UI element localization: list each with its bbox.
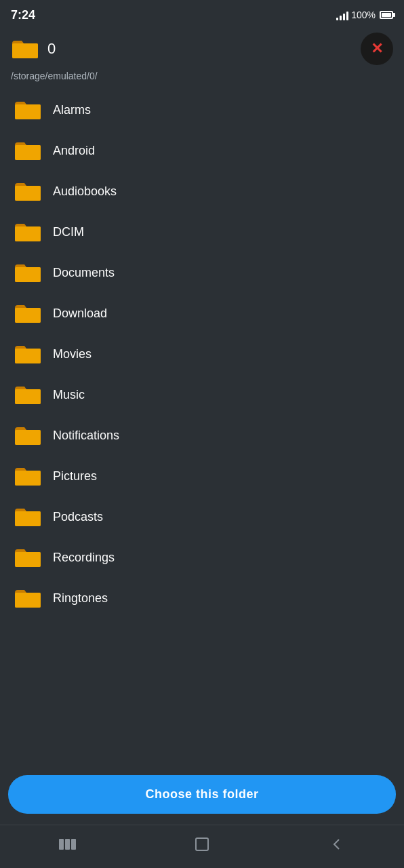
- nav-bar: [0, 825, 404, 868]
- folder-name: DCIM: [53, 225, 84, 239]
- svg-rect-1: [65, 839, 70, 850]
- folder-icon: [14, 180, 42, 202]
- folder-icon: [14, 384, 42, 406]
- folder-name: Notifications: [53, 429, 119, 443]
- folder-icon: [14, 425, 42, 446]
- folder-name: Podcasts: [53, 510, 103, 524]
- folder-item[interactable]: Music: [0, 374, 404, 415]
- battery-icon: [380, 11, 393, 19]
- signal-icon: [336, 9, 348, 20]
- folder-item[interactable]: Download: [0, 293, 404, 334]
- folder-name: Audiobooks: [53, 184, 117, 199]
- folder-item[interactable]: Documents: [0, 252, 404, 293]
- folder-icon: [14, 221, 42, 243]
- folder-icon: [14, 547, 42, 568]
- home-button[interactable]: [182, 831, 222, 858]
- back-button[interactable]: [317, 831, 357, 858]
- recent-apps-icon: [58, 837, 77, 851]
- status-bar: 7:24 100%: [0, 0, 404, 27]
- folder-icon: [14, 262, 42, 283]
- folder-name: Recordings: [53, 551, 115, 565]
- folder-name: Android: [53, 144, 95, 158]
- svg-rect-0: [59, 839, 64, 850]
- folder-item[interactable]: Ringtones: [0, 578, 404, 618]
- folder-item[interactable]: Recordings: [0, 537, 404, 578]
- svg-rect-2: [71, 839, 76, 850]
- folder-item[interactable]: Android: [0, 130, 404, 171]
- folder-icon: [14, 465, 42, 487]
- folder-name: Movies: [53, 347, 92, 361]
- folder-icon: [14, 506, 42, 528]
- folder-name: Download: [53, 307, 107, 321]
- folder-item[interactable]: Notifications: [0, 415, 404, 456]
- current-folder-name: 0: [47, 40, 56, 58]
- folder-icon: [14, 343, 42, 365]
- header: 0 ✕: [0, 27, 404, 71]
- folder-name: Music: [53, 388, 85, 402]
- status-time: 7:24: [11, 8, 35, 22]
- folder-name: Documents: [53, 266, 115, 280]
- folder-item[interactable]: Pictures: [0, 456, 404, 496]
- folder-item[interactable]: DCIM: [0, 212, 404, 252]
- header-left: 0: [11, 38, 56, 60]
- folder-icon: [14, 140, 42, 161]
- folder-icon: [14, 302, 42, 324]
- folder-icon-large: [11, 38, 39, 60]
- close-button[interactable]: ✕: [361, 33, 393, 65]
- folder-icon: [14, 99, 42, 121]
- battery-percent: 100%: [351, 9, 376, 20]
- svg-rect-3: [196, 838, 208, 850]
- folder-name: Alarms: [53, 103, 91, 117]
- choose-folder-button[interactable]: Choose this folder: [8, 775, 396, 814]
- folder-item[interactable]: Podcasts: [0, 496, 404, 537]
- status-icons: 100%: [336, 9, 393, 20]
- folder-name: Ringtones: [53, 591, 108, 606]
- folder-icon: [14, 587, 42, 609]
- back-icon: [330, 837, 344, 851]
- folder-item[interactable]: Alarms: [0, 90, 404, 130]
- folder-list: Alarms Android Audiobooks DCIM: [0, 90, 404, 770]
- path-bar: /storage/emulated/0/: [0, 71, 404, 90]
- recent-apps-button[interactable]: [47, 831, 87, 858]
- folder-item[interactable]: Audiobooks: [0, 171, 404, 212]
- home-icon: [194, 836, 210, 852]
- folder-item[interactable]: Movies: [0, 334, 404, 374]
- close-icon: ✕: [371, 41, 383, 56]
- folder-name: Pictures: [53, 469, 97, 484]
